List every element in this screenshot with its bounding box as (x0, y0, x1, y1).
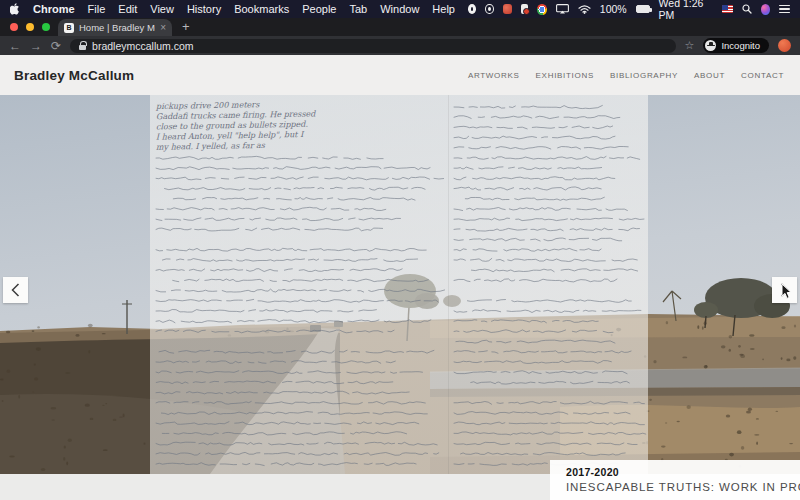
incognito-label: Incognito (721, 40, 760, 51)
handwriting-stroke (465, 197, 604, 200)
handwriting-stroke (156, 228, 383, 231)
reload-icon[interactable]: ⟳ (51, 40, 61, 52)
target-icon[interactable] (485, 4, 494, 14)
carousel-prev-button[interactable] (3, 277, 28, 303)
handwriting-stroke (461, 453, 626, 456)
menu-bookmarks[interactable]: Bookmarks (234, 3, 289, 15)
profile-avatar[interactable] (778, 39, 791, 52)
tab-close-icon[interactable]: × (160, 22, 166, 33)
nav-artworks[interactable]: ARTWORKS (468, 71, 520, 80)
nav-bibliography[interactable]: BIBLIOGRAPHY (610, 71, 678, 80)
nav-exhibitions[interactable]: EXHIBITIONS (536, 71, 594, 80)
chrome-icon[interactable] (537, 4, 546, 15)
lock-icon (79, 45, 86, 50)
handwriting-stroke (454, 106, 602, 109)
back-icon[interactable]: ← (9, 40, 21, 52)
minimize-window-button[interactable] (26, 23, 34, 31)
handwriting-stroke (454, 310, 641, 313)
siri-icon[interactable] (761, 4, 770, 15)
input-language-flag-icon[interactable] (722, 5, 733, 13)
handwriting-stroke (156, 371, 423, 374)
address-bar[interactable]: bradleymccallum.com (70, 39, 676, 53)
nav-contact[interactable]: CONTACT (741, 71, 784, 80)
site-logo[interactable]: Bradley McCallum (14, 68, 134, 83)
handwriting-stroke (156, 309, 376, 312)
new-tab-button[interactable]: + (182, 19, 190, 34)
handwriting-stroke (173, 279, 429, 282)
tab-favicon: B (64, 23, 74, 33)
caption-years: 2017-2020 (566, 466, 796, 478)
handwriting-stroke (454, 218, 644, 221)
handwriting-stroke (156, 156, 383, 159)
notes-app-icon[interactable] (521, 4, 529, 14)
wifi-icon[interactable] (578, 5, 591, 14)
handwriting-stroke (454, 116, 620, 119)
window-controls (0, 18, 58, 36)
handwriting-stroke (454, 187, 601, 190)
handwriting-line: my head. I yelled, as far as (156, 141, 266, 152)
handwriting-stroke (161, 412, 427, 415)
handwriting-stroke (156, 167, 430, 170)
menu-file[interactable]: File (88, 3, 106, 15)
spotlight-search-icon[interactable] (742, 4, 752, 14)
menu-clock[interactable]: Wed 1:26 PM (659, 0, 713, 21)
handwriting-stroke (454, 146, 628, 149)
menu-edit[interactable]: Edit (118, 3, 137, 15)
record-icon[interactable] (468, 4, 477, 14)
handwriting-stroke (454, 442, 637, 445)
browser-tab[interactable]: B Home | Bradley McCallum × (58, 19, 172, 36)
close-window-button[interactable] (10, 23, 18, 31)
handwriting-stroke (454, 177, 615, 180)
handwriting-stroke (156, 422, 419, 425)
url-text[interactable]: bradleymccallum.com (92, 40, 194, 52)
handwriting-stroke (159, 350, 434, 353)
handwriting-stroke (454, 126, 613, 129)
carousel-next-button[interactable] (772, 277, 797, 303)
red-app-icon[interactable] (503, 4, 512, 14)
handwriting-stroke (456, 340, 615, 343)
handwriting-stroke (454, 361, 611, 364)
handwriting-stroke (156, 207, 386, 210)
handwriting-stroke (454, 208, 627, 211)
handwriting-stroke (173, 197, 415, 200)
apple-menu-icon[interactable] (10, 3, 20, 15)
caption-title: INESCAPABLE TRUTHS: WORK IN PROGRESS (566, 481, 796, 493)
incognito-spy-icon (705, 40, 716, 51)
menu-people[interactable]: People (302, 3, 336, 15)
handwriting-stroke (162, 432, 406, 435)
handwritten-journal-text: pickups drive 200 metersGaddafi trucks c… (150, 95, 648, 474)
handwriting-stroke (165, 187, 426, 190)
handwriting-stroke (454, 401, 644, 404)
nav-about[interactable]: ABOUT (694, 71, 725, 80)
hero-carousel: pickups drive 200 metersGaddafi trucks c… (0, 95, 800, 474)
menu-history[interactable]: History (187, 3, 221, 15)
menu-tab[interactable]: Tab (349, 3, 367, 15)
handwriting-stroke (156, 452, 439, 455)
handwriting-stroke (454, 371, 627, 374)
site-nav: ARTWORKSEXHIBITIONSBIBLIOGRAPHYABOUTCONT… (468, 71, 786, 80)
forward-icon[interactable]: → (30, 40, 42, 52)
handwriting-stroke (156, 289, 445, 292)
menu-items: ChromeFileEditViewHistoryBookmarksPeople… (33, 3, 455, 15)
handwriting-stroke (454, 351, 631, 354)
browser-toolbar: ← → ⟳ bradleymccallum.com ☆ Incognito (0, 36, 800, 55)
control-center-icon[interactable] (779, 5, 790, 13)
chevron-right-icon (780, 283, 789, 297)
bookmark-star-icon[interactable]: ☆ (685, 39, 695, 52)
handwriting-stroke (156, 381, 393, 384)
handwriting-stroke (156, 269, 402, 272)
handwriting-overlay: pickups drive 200 metersGaddafi trucks c… (150, 95, 648, 474)
handwriting-stroke (156, 330, 394, 333)
menu-view[interactable]: View (150, 3, 174, 15)
slide-caption: 2017-2020 INESCAPABLE TRUTHS: WORK IN PR… (550, 460, 800, 500)
menu-window[interactable]: Window (380, 3, 419, 15)
menu-chrome[interactable]: Chrome (33, 3, 75, 15)
handwriting-stroke (156, 177, 444, 180)
maximize-window-button[interactable] (42, 23, 50, 31)
chevron-left-icon (11, 283, 20, 297)
handwriting-stroke (156, 442, 437, 445)
menu-status-icons: 100% Wed 1:26 PM (468, 0, 790, 21)
menu-help[interactable]: Help (432, 3, 455, 15)
handwriting-stroke (454, 259, 637, 262)
screen-mirroring-icon[interactable] (556, 4, 569, 14)
